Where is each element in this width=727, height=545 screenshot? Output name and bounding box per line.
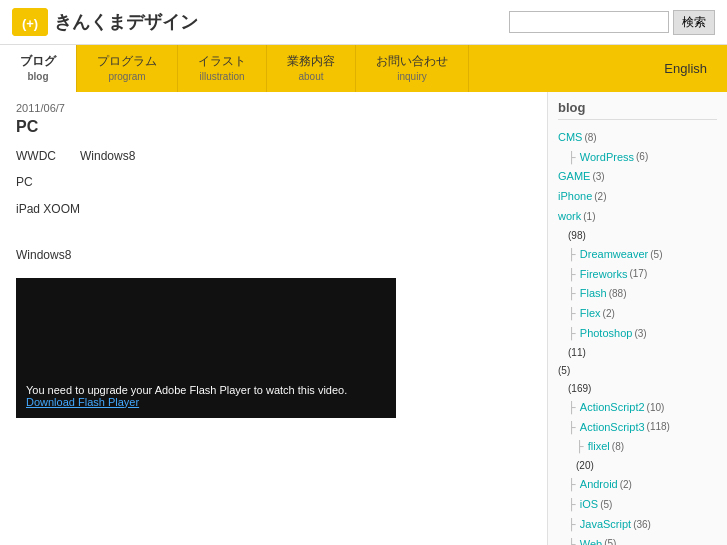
search-button[interactable]: 検索 xyxy=(673,10,715,35)
tree-item-wordpress: WordPress (6) xyxy=(558,148,717,168)
post-body-line1: WWDC Windows8 xyxy=(16,146,531,166)
tree-item-5: (5) xyxy=(558,362,717,380)
tree-link-iphone[interactable]: iPhone xyxy=(558,187,592,207)
tree-item-flixel: flixel (8) xyxy=(558,437,717,457)
tree-link-flash[interactable]: Flash xyxy=(580,284,607,304)
nav-sub-program: program xyxy=(108,70,145,84)
tree-branch-icon xyxy=(568,535,578,545)
nav-label-about: 業務内容 xyxy=(287,53,335,70)
tree-branch-icon xyxy=(568,304,578,324)
nav-item-inquiry[interactable]: お問い合わせ inquiry xyxy=(356,45,469,92)
tree-item-flash: Flash (88) xyxy=(558,284,717,304)
tree-item-game: GAME (3) xyxy=(558,167,717,187)
nav-item-english[interactable]: English xyxy=(644,45,727,92)
post-body-line2: PC xyxy=(16,172,531,192)
tree-branch-icon xyxy=(568,418,578,438)
tree-item-as3: ActionScript3 (118) xyxy=(558,418,717,438)
tree-link-web[interactable]: Web xyxy=(580,535,602,545)
tree-link-photoshop[interactable]: Photoshop xyxy=(580,324,633,344)
nav-sub-inquiry: inquiry xyxy=(397,70,426,84)
tree-branch-icon xyxy=(568,495,578,515)
post-body-line4: Windows8 xyxy=(16,245,531,265)
tree-item-web: Web (5) xyxy=(558,535,717,545)
tree-item-fireworks: Fireworks (17) xyxy=(558,265,717,285)
tree-branch-icon xyxy=(568,398,578,418)
tree-item-11: (11) xyxy=(558,344,717,362)
logo-icon: (+) xyxy=(12,8,48,36)
tree-item-98: (98) xyxy=(558,227,717,245)
nav-label-english: English xyxy=(664,61,707,76)
tree-item-javascript: JavaScript (36) xyxy=(558,515,717,535)
tree-item-flex: Flex (2) xyxy=(558,304,717,324)
sidebar: blog CMS (8) WordPress (6) GAME (3) iPho… xyxy=(547,92,727,545)
tree-item-android: Android (2) xyxy=(558,475,717,495)
nav-sub-blog: blog xyxy=(27,70,48,84)
tree-branch-icon xyxy=(568,515,578,535)
tree-item-20: (20) xyxy=(558,457,717,475)
tree-branch-icon xyxy=(568,475,578,495)
nav-label-inquiry: お問い合わせ xyxy=(376,53,448,70)
tree-branch-icon xyxy=(568,324,578,344)
nav-item-about[interactable]: 業務内容 about xyxy=(267,45,356,92)
video-message: You need to upgrade your Adobe Flash Pla… xyxy=(26,384,386,396)
nav-item-illustration[interactable]: イラスト illustration xyxy=(178,45,267,92)
video-placeholder: You need to upgrade your Adobe Flash Pla… xyxy=(16,278,396,418)
tree-link-android[interactable]: Android xyxy=(580,475,618,495)
tree-link-flex[interactable]: Flex xyxy=(580,304,601,324)
tree-item-169: (169) xyxy=(558,380,717,398)
content-wrapper: 2011/06/7 PC WWDC Windows8 PC iPad XOOM … xyxy=(0,92,727,545)
nav-label-illustration: イラスト xyxy=(198,53,246,70)
tree-link-work[interactable]: work xyxy=(558,207,581,227)
logo-text: きんくまデザイン xyxy=(54,10,198,34)
tree-link-as2[interactable]: ActionScript2 xyxy=(580,398,645,418)
nav-item-blog[interactable]: ブログ blog xyxy=(0,45,77,92)
search-area: 検索 xyxy=(509,10,715,35)
tree-item-work: work (1) xyxy=(558,207,717,227)
nav-item-program[interactable]: プログラム program xyxy=(77,45,178,92)
tree-item-ios: iOS (5) xyxy=(558,495,717,515)
sidebar-title: blog xyxy=(558,100,717,120)
main-content: 2011/06/7 PC WWDC Windows8 PC iPad XOOM … xyxy=(0,92,547,545)
tree-item-photoshop: Photoshop (3) xyxy=(558,324,717,344)
tree-item-cms: CMS (8) xyxy=(558,128,717,148)
nav-sub-illustration: illustration xyxy=(199,70,244,84)
post-title: PC xyxy=(16,118,531,136)
tree-link-dreamweaver[interactable]: Dreamweaver xyxy=(580,245,648,265)
video-link[interactable]: Download Flash Player xyxy=(26,396,386,408)
logo: (+) きんくまデザイン xyxy=(12,8,198,36)
svg-text:(+): (+) xyxy=(22,16,38,31)
post-body-line3: iPad XOOM xyxy=(16,199,531,219)
nav-sub-about: about xyxy=(298,70,323,84)
nav-label-blog: ブログ xyxy=(20,53,56,70)
tree-item-as2: ActionScript2 (10) xyxy=(558,398,717,418)
search-input[interactable] xyxy=(509,11,669,33)
sidebar-tree: CMS (8) WordPress (6) GAME (3) iPhone (2… xyxy=(558,128,717,545)
post-date: 2011/06/7 xyxy=(16,102,531,114)
tree-branch-icon xyxy=(568,148,578,168)
tree-link-as3[interactable]: ActionScript3 xyxy=(580,418,645,438)
tree-link-wordpress[interactable]: WordPress xyxy=(580,148,634,168)
tree-link-cms[interactable]: CMS xyxy=(558,128,582,148)
nav: ブログ blog プログラム program イラスト illustration… xyxy=(0,45,727,92)
tree-link-javascript[interactable]: JavaScript xyxy=(580,515,631,535)
tree-branch-icon xyxy=(576,437,586,457)
tree-branch-icon xyxy=(568,245,578,265)
post-body: WWDC Windows8 PC iPad XOOM Windows8 xyxy=(16,146,531,266)
tree-link-game[interactable]: GAME xyxy=(558,167,590,187)
tree-branch-icon xyxy=(568,284,578,304)
tree-item-dreamweaver: Dreamweaver (5) xyxy=(558,245,717,265)
tree-link-ios[interactable]: iOS xyxy=(580,495,598,515)
tree-link-fireworks[interactable]: Fireworks xyxy=(580,265,628,285)
nav-label-program: プログラム xyxy=(97,53,157,70)
tree-branch-icon xyxy=(568,265,578,285)
header: (+) きんくまデザイン 検索 xyxy=(0,0,727,45)
tree-item-iphone: iPhone (2) xyxy=(558,187,717,207)
tree-link-flixel[interactable]: flixel xyxy=(588,437,610,457)
